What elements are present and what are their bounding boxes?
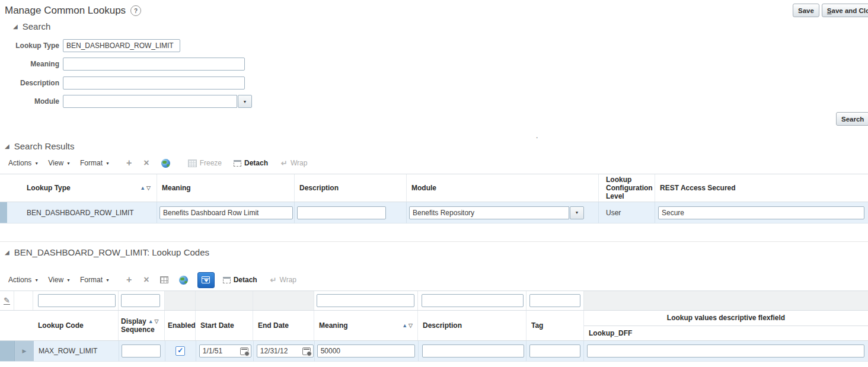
query-by-example-button[interactable] <box>197 272 215 288</box>
view-menu[interactable]: View ▼ <box>48 159 71 167</box>
filter-cell-meaning <box>314 291 418 310</box>
search-button-label: Search <box>841 116 864 123</box>
row-rest-input[interactable] <box>658 206 864 219</box>
disclosure-triangle-icon[interactable]: ◢ <box>5 250 9 256</box>
sort-descending-icon[interactable]: ▽ <box>409 323 413 328</box>
enabled-checkbox[interactable]: ✓ <box>175 346 185 356</box>
lookup-codes-table-row[interactable]: ▶ MAX_ROW_LIMIT ✓ <box>0 341 868 362</box>
results-table-row[interactable]: BEN_DASHBOARD_ROW_LIMIT ▼ User <box>0 202 868 224</box>
cell-rest-access-secured <box>655 202 868 223</box>
col-label: REST Access Secured <box>660 184 736 192</box>
filter-description-input[interactable] <box>422 294 524 307</box>
filter-row: ✎ <box>0 291 868 311</box>
row-tag-input[interactable] <box>529 344 580 358</box>
delete-row-icon[interactable]: × <box>143 275 149 285</box>
col-header-tag: Tag <box>526 311 584 340</box>
col-header-lookup-code: Lookup Code <box>33 311 119 340</box>
sort-descending-icon[interactable]: ▽ <box>146 186 151 191</box>
col-label: Sequence <box>121 325 159 334</box>
col-header-module: Module <box>407 174 599 202</box>
search-actions: Search <box>836 112 868 126</box>
row-lookup-dff-input[interactable] <box>587 344 864 358</box>
search-button[interactable]: Search <box>836 112 868 126</box>
col-header-enabled: Enabled <box>165 311 196 340</box>
row-display-sequence-input[interactable] <box>122 344 161 358</box>
actions-menu-label: Actions <box>8 159 31 167</box>
filter-lookup-code-input[interactable] <box>38 294 116 307</box>
row-module-dropdown-button[interactable]: ▼ <box>570 206 584 219</box>
dff-sub-label-row: Lookup_DFF <box>584 326 868 341</box>
lookup-type-input[interactable] <box>63 39 180 52</box>
add-row-icon[interactable]: + <box>126 158 132 168</box>
row-module-input[interactable] <box>409 206 569 219</box>
disclosure-triangle-icon[interactable]: ◢ <box>13 24 18 30</box>
chevron-down-icon: ▼ <box>66 278 71 282</box>
search-section-header[interactable]: ◢ Search <box>13 21 50 31</box>
results-section-header[interactable]: ◢ Search Results <box>5 141 74 151</box>
detach-label: Detach <box>234 276 257 284</box>
filter-cell-tag <box>526 291 584 310</box>
sort-ascending-icon[interactable]: ▲ <box>402 323 407 328</box>
date-picker-icon[interactable] <box>302 347 311 355</box>
disclosure-triangle-icon[interactable]: ◢ <box>5 143 9 149</box>
save-button-label: Save <box>798 7 814 14</box>
filter-meaning-input[interactable] <box>317 294 414 307</box>
globe-icon[interactable] <box>179 276 188 285</box>
col-label: End Date <box>258 321 289 330</box>
dff-group-label: Lookup values descriptive flexfield <box>667 314 785 322</box>
cell-display-sequence <box>119 341 165 361</box>
meaning-input[interactable] <box>63 58 245 71</box>
sort-descending-icon[interactable]: ▽ <box>155 319 159 324</box>
page-title-bar: Manage Common Lookups ? <box>5 5 141 17</box>
module-input[interactable] <box>63 95 237 108</box>
description-input[interactable] <box>63 76 245 90</box>
expand-row-icon[interactable]: ▶ <box>23 348 27 354</box>
globe-icon[interactable] <box>161 159 170 168</box>
sort-ascending-icon[interactable]: ▲ <box>140 186 145 191</box>
detach-button[interactable]: Detach <box>234 159 268 167</box>
chevron-down-icon: ▼ <box>34 278 39 282</box>
duplicate-icon[interactable] <box>160 276 168 283</box>
row-expand-cell[interactable]: ▶ <box>15 341 34 361</box>
save-button[interactable]: Save <box>793 4 819 17</box>
module-combobox: ▼ <box>63 95 252 108</box>
row-selector[interactable] <box>0 341 15 361</box>
description-row: Description <box>0 76 245 90</box>
row-meaning-input[interactable] <box>159 206 293 219</box>
row-meaning-input[interactable] <box>317 344 415 358</box>
date-picker-icon[interactable] <box>240 347 248 355</box>
page-title: Manage Common Lookups <box>5 5 126 17</box>
delete-row-icon[interactable]: × <box>143 158 149 168</box>
wrap-icon: ↵ <box>281 159 288 167</box>
lookup-codes-section-header[interactable]: ◢ BEN_DASHBOARD_ROW_LIMIT: Lookup Codes <box>5 247 209 257</box>
sort-ascending-icon[interactable]: ▲ <box>148 319 154 324</box>
stray-dot: . <box>536 132 538 140</box>
save-and-close-button[interactable]: Save and Close <box>822 4 868 17</box>
filter-tag-input[interactable] <box>529 294 580 307</box>
freeze-icon <box>188 159 197 167</box>
add-row-icon[interactable]: + <box>126 275 132 285</box>
row-description-input[interactable] <box>297 206 386 219</box>
search-section-title: Search <box>23 21 51 31</box>
module-dropdown-button[interactable]: ▼ <box>238 95 252 108</box>
header-expand-spacer <box>14 311 33 340</box>
detach-icon <box>234 160 241 167</box>
format-menu[interactable]: Format ▼ <box>80 159 110 167</box>
section-divider <box>0 241 868 242</box>
help-icon[interactable]: ? <box>130 5 141 16</box>
actions-menu[interactable]: Actions ▼ <box>8 276 39 284</box>
detach-button[interactable]: Detach <box>223 276 257 284</box>
view-menu[interactable]: View ▼ <box>48 276 71 284</box>
cell-tag <box>526 341 584 361</box>
format-menu[interactable]: Format ▼ <box>80 276 110 284</box>
col-header-start-date: Start Date <box>196 311 253 340</box>
actions-menu[interactable]: Actions ▼ <box>8 159 39 167</box>
col-header-lookup-configuration-level: Lookup Configuration Level <box>599 174 655 202</box>
freeze-button: Freeze <box>188 159 222 167</box>
pencil-icon[interactable]: ✎ <box>4 296 10 305</box>
row-description-input[interactable] <box>422 344 524 358</box>
row-selector[interactable] <box>0 202 7 223</box>
dropdown-arrow-icon: ▼ <box>243 100 247 104</box>
filter-display-sequence-input[interactable] <box>121 294 160 307</box>
lookup-type-value: BEN_DASHBOARD_ROW_LIMIT <box>27 209 134 217</box>
